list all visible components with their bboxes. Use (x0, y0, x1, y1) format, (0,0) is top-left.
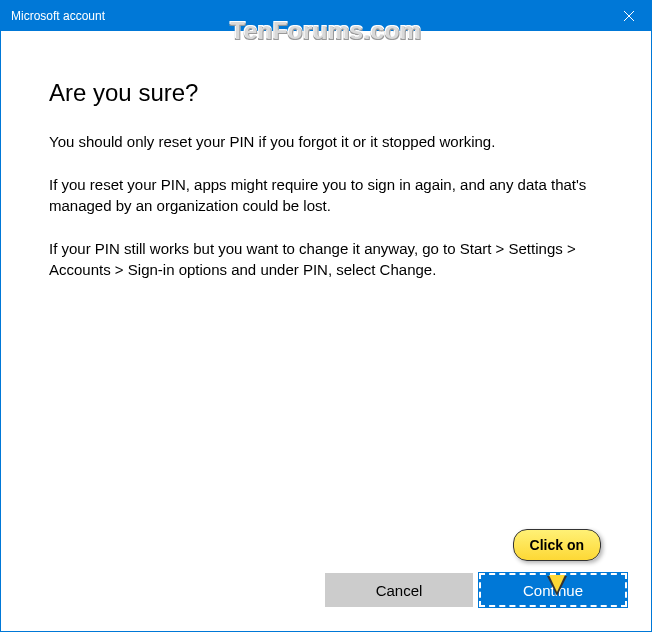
window-title: Microsoft account (11, 9, 105, 23)
close-icon (624, 8, 634, 24)
dialog-heading: Are you sure? (49, 79, 603, 107)
dialog-paragraph-3: If your PIN still works but you want to … (49, 238, 603, 280)
cancel-button[interactable]: Cancel (325, 573, 473, 607)
close-button[interactable] (606, 1, 651, 31)
dialog-content: Are you sure? You should only reset your… (1, 31, 651, 280)
annotation-callout: Click on (513, 529, 601, 561)
dialog-paragraph-2: If you reset your PIN, apps might requir… (49, 174, 603, 216)
button-row: Cancel Continue (325, 573, 627, 607)
dialog-window: Microsoft account TenForums.com Are you … (0, 0, 652, 632)
titlebar: Microsoft account (1, 1, 651, 31)
dialog-paragraph-1: You should only reset your PIN if you fo… (49, 131, 603, 152)
callout-bubble: Click on (513, 529, 601, 561)
callout-text: Click on (530, 537, 584, 553)
